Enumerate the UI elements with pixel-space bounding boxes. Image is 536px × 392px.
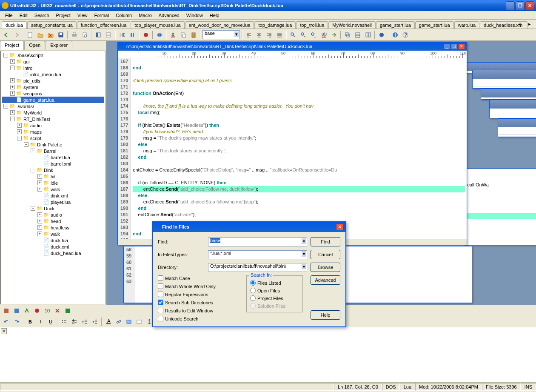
code-line[interactable]: if (m_followID == C_ENTITY_NONE) then [133,180,465,186]
menu-help[interactable]: Help [206,12,223,19]
advanced-button[interactable]: Advanced [311,275,340,285]
code-line[interactable]: else [133,192,465,199]
code-line[interactable] [133,97,465,103]
paste-button[interactable] [189,30,198,40]
code-line[interactable] [133,173,465,180]
code-line[interactable]: else [133,141,465,148]
tool-icon[interactable] [32,306,42,315]
tree-folder[interactable]: −📁.\base\script\ [2,52,104,58]
sidebar-tab-explorer[interactable]: Explorer [46,41,72,50]
find-button[interactable] [288,30,298,40]
tree-expander[interactable]: + [37,187,42,192]
menu-file[interactable]: File [2,12,16,19]
copy-button[interactable] [179,30,188,40]
close-file-button[interactable] [46,30,55,40]
align-center-button[interactable] [254,30,264,40]
minimize-button[interactable]: _ [506,1,515,10]
tree-folder[interactable]: +📁pic_utils [2,77,104,84]
tree-expander[interactable]: − [3,104,8,109]
save-button[interactable] [56,30,66,40]
tree-file[interactable]: 📄game_start.lua [2,97,104,103]
tree-expander[interactable]: + [10,78,15,83]
record-macro-button[interactable] [141,30,151,40]
code-line[interactable] [133,58,465,65]
tree-expander[interactable]: + [10,85,15,89]
tree-folder[interactable]: +📁walk [2,186,104,192]
open-file-button[interactable] [36,30,45,40]
code-line[interactable]: function OnAction(Ent) [133,90,465,97]
checkbox-unicode-search[interactable]: Unicode Search [158,316,239,321]
tool-icon[interactable] [22,306,31,315]
tree-expander[interactable]: + [10,110,15,115]
align-left-button[interactable] [244,30,254,40]
file-tab[interactable]: top_player_mouse.lua [131,21,184,29]
tool-icon[interactable] [2,306,11,315]
file-tab[interactable]: game_start.lua [376,21,415,29]
browse-button[interactable]: Browse [311,263,340,272]
outdent-button[interactable] [80,317,89,326]
tabs-scroll-right[interactable]: ▸ [525,19,534,29]
tree-folder[interactable]: +📁idle [2,180,104,186]
tree-file[interactable]: 📄duck.xml [2,243,104,250]
tree-folder[interactable]: +📁maps [2,129,104,135]
tree-folder[interactable]: −📁Dink Palette [2,141,104,148]
column-mode-button[interactable] [128,30,137,40]
tree-folder[interactable]: +📁gui [2,58,104,65]
code-line[interactable]: entChoice:Send("add_choice|Follow me, du… [133,186,465,192]
tree-expander[interactable]: + [37,225,42,230]
about-button[interactable]: i [391,30,400,40]
cut-button[interactable] [168,30,178,40]
tool-icon[interactable] [12,306,21,315]
tree-folder[interactable]: −📁Barrel [2,148,104,154]
tree-expander[interactable]: + [10,91,15,96]
toggle-panel-button[interactable] [94,30,103,40]
menu-window[interactable]: Window [183,12,206,19]
code-line[interactable]: entChoice:Send("add_choice|Stop followin… [133,199,465,205]
file-tab[interactable]: function_offscreen.lua [77,21,130,29]
doc-close-button[interactable]: ✕ [458,43,465,49]
tree-expander[interactable]: − [31,149,35,153]
numbered-list-button[interactable]: 12 [70,317,79,326]
file-tab[interactable]: game_start.lua [415,21,454,29]
tree-file[interactable]: 📄barrel.lua [2,154,104,160]
tree-expander[interactable]: + [37,232,42,236]
indent-button[interactable] [90,317,100,326]
files-input[interactable]: *.lua;*.xml [208,250,307,259]
template-combo[interactable]: base [202,30,240,39]
dialog-close-button[interactable]: ✕ [336,223,344,230]
tree-expander[interactable]: + [37,180,42,185]
tree-folder[interactable]: −📁RT_DinkTest [2,116,104,122]
find-next-button[interactable] [299,30,308,40]
tool-icon[interactable] [63,306,72,315]
align-right-button[interactable] [265,30,274,40]
tree-folder[interactable]: +📁audio [2,212,104,218]
replace-button[interactable]: abcd [319,30,328,40]
menu-project[interactable]: Project [53,12,74,19]
tool-icon[interactable]: 100 [43,306,52,315]
output-close-button[interactable]: ✕ [1,328,7,334]
menu-view[interactable]: View [74,12,91,19]
undo-button[interactable] [2,317,11,326]
code-editor[interactable]: 1671681691701711721731741751761771781791… [118,58,467,239]
tree-folder[interactable]: +📁head [2,218,104,224]
form-button[interactable] [134,317,144,326]
redo-button[interactable] [12,317,21,326]
code-line[interactable]: //you know what? He's dead. [133,129,465,135]
code-line[interactable]: msg = "The duck stares at you intently."… [133,148,465,154]
menu-search[interactable]: Search [31,12,53,19]
tree-expander[interactable]: − [31,206,35,211]
new-file-button[interactable] [26,30,35,40]
code-line[interactable]: //note, the [[ and ]] is a lua way to ma… [133,103,465,109]
tree-folder[interactable]: −📁script [2,135,104,141]
print-button[interactable] [70,30,79,40]
code-line[interactable] [133,84,465,90]
code-line[interactable]: end [133,154,465,160]
tile-v-button[interactable] [363,30,373,40]
code-line[interactable]: //dink pressed space while looking at us… [133,77,465,84]
file-tab[interactable]: top_damage.lua [254,21,296,29]
tree-folder[interactable]: −📁Dink [2,167,104,173]
help-button-dialog[interactable]: Help [311,310,340,320]
maximize-button[interactable]: ❐ [516,1,525,10]
sidebar-tab-project[interactable]: Project [0,41,24,50]
close-button[interactable]: ✕ [525,1,534,10]
